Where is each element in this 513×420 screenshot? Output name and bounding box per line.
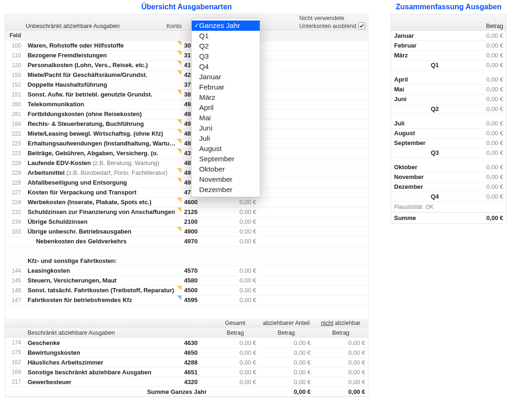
quarter-label: Q1 [391,60,444,70]
row-konto: 4288 [181,358,211,367]
row-konto: 2100 [181,217,211,227]
row-amount-total[interactable]: 0,00 € [211,338,259,348]
table-row[interactable]: 152Doppelte Haushaltsführung37990,00 € [5,80,368,90]
row-amount-nondeduct[interactable]: 0,00 € [313,358,368,367]
summary-header: Betrag [391,14,506,31]
period-option[interactable]: November [192,174,260,185]
period-option[interactable]: Mai [192,113,260,123]
summary-table: Januar0,00 €Februar0,00 €März0,00 €Q10,0… [391,31,506,202]
row-desc: Kosten für Verpackung und Transport [25,187,181,197]
table-row[interactable]: 280Telekommunikation49200,00 € [5,99,368,109]
table-row[interactable]: 228Laufende EDV-Kosten (z.B. Beratung, W… [5,158,368,168]
table-row[interactable]: 225Erhaltungsaufwendungen (Instandhaltun… [5,138,368,148]
row-code: 147 [5,295,25,305]
row-code: 234 [5,217,25,227]
row-amount-deduct[interactable]: 0,00 € [259,348,314,358]
table-row[interactable]: 147Fahrtkosten für betriebsfremdes Kfz45… [5,295,368,305]
table-row[interactable]: 162Häusliches Arbeitszimmer42880,00 €0,0… [5,358,368,367]
period-option[interactable]: September [192,154,260,164]
row-amount[interactable]: 0,00 € [211,266,259,275]
table-row[interactable]: 217Gewerbesteuer43200,00 €0,00 €0,00 € [5,377,368,387]
table-row[interactable]: 110Bezogene Fremdleistungen31000,00 € [5,50,368,60]
row-amount-nondeduct[interactable]: 0,00 € [313,348,368,358]
period-option[interactable]: Juli [192,133,260,144]
row-amount-total[interactable]: 0,00 € [211,367,259,377]
period-dropdown[interactable]: Ganzes JahrQ1Q2Q3Q4JanuarFebruarMärzApri… [191,18,260,197]
row-amount-total[interactable]: 0,00 € [211,377,259,387]
period-option[interactable]: Januar [192,72,260,82]
table-row[interactable]: 175Bewirtungskosten46500,00 €0,00 €0,00 … [5,348,368,358]
table-row[interactable]: 146Sonst. tatsächl. Fahrtkosten (Treibst… [5,285,368,295]
period-option[interactable]: Februar [192,82,260,92]
row-code: 223 [5,148,25,158]
table-row[interactable]: 144Leasingkosten45700,00 € [5,266,368,275]
row-amount[interactable]: 0,00 € [211,275,259,285]
table-row[interactable]: 223Beiträge, Gebühren, Abgaben, Versiche… [5,148,368,158]
period-option[interactable]: Ganzes Jahr [192,21,260,31]
table-row[interactable]: 183Übrige unbeschr. Betriebsausgaben4900… [5,227,368,236]
table-row[interactable]: 222Miete/Leasing bewegl. Wirtschaftsg. (… [5,129,368,138]
period-option[interactable]: Q3 [192,51,260,62]
row-amount[interactable]: 0,00 € [211,285,259,295]
period-option[interactable]: Dezember [192,185,260,195]
row-desc: Sonst. Aufw. für betriebl. genutzte Grun… [25,90,181,99]
row-amount-nondeduct[interactable]: 0,00 € [313,338,368,348]
row-amount-total[interactable]: 0,00 € [211,348,259,358]
month-value: 0,00 € [444,84,506,94]
row-amount-deduct[interactable]: 0,00 € [259,338,314,348]
row-amount-deduct[interactable]: 0,00 € [259,367,314,377]
month-value: 0,00 € [444,128,506,138]
summary-month-row: Oktober0,00 € [391,162,506,172]
table-row[interactable]: 145Steuern, Versicherungen, Maut45800,00… [5,275,368,285]
col-abzieh: abziehbarer Anteil [259,318,314,328]
table-row[interactable]: 227Kosten für Verpackung und Transport47… [5,187,368,197]
row-desc: Bezogene Fremdleistungen [25,50,181,60]
period-option[interactable]: April [192,103,260,113]
row-code: 152 [5,80,25,90]
row-amount[interactable]: 0,00 € [211,236,259,246]
summary-month-row: Juni0,00 € [391,94,506,104]
table-row[interactable]: 234Übrige Schuldzinsen21000,00 € [5,217,368,227]
table-row[interactable]: 150Miete/Pacht für Geschäftsräume/Grunds… [5,70,368,80]
row-amount-deduct[interactable]: 0,00 € [259,377,314,387]
table-row[interactable]: 281Fortbildungskosten (ohne Reisekosten)… [5,109,368,119]
table-row[interactable]: 168Sonstige beschränkt abziehbare Ausgab… [5,367,368,377]
table-row[interactable]: 184Rechts- & Steuerberatung, Buchführung… [5,119,368,129]
row-amount[interactable]: 0,00 € [211,197,259,207]
table-row[interactable]: 229Arbeitsmittel (z.B. Bürobedarf, Porto… [5,168,368,178]
row-amount-nondeduct[interactable]: 0,00 € [313,367,368,377]
quarter-value: 0,00 € [444,192,506,201]
row-desc: Laufende EDV-Kosten (z.B. Beratung, Wart… [25,158,181,168]
table-row[interactable]: 224Werbekosten (Inserate, Plakate, Spots… [5,197,368,207]
row-amount-nondeduct[interactable]: 0,00 € [313,377,368,387]
summary-quarter-row: Q10,00 € [391,60,506,70]
row-amount[interactable]: 0,00 € [211,295,259,305]
summary-month-row: Dezember0,00 € [391,182,506,192]
table-row[interactable]: 226Abfallbeseitigung und Entsorgung49690… [5,178,368,187]
row-desc: Waren, Rohstoffe oder Hilfsstoffe [25,41,181,50]
row-amount[interactable]: 0,00 € [211,227,259,236]
limited-header-row: Gesamt abziehbarer Anteil nicht abziehba… [5,318,368,328]
period-option[interactable]: März [192,92,260,103]
row-amount[interactable]: 0,00 € [211,207,259,217]
period-option[interactable]: Q1 [192,31,260,41]
table-row[interactable]: 232Schuldzinsen zur Finanzierung von Ans… [5,207,368,217]
row-amount[interactable]: 0,00 € [211,217,259,227]
table-row[interactable]: 174Geschenke46300,00 €0,00 €0,00 € [5,338,368,348]
table-row[interactable]: Nebenkosten des Geldverkehrs49700,00 € [5,236,368,246]
row-amount-total[interactable]: 0,00 € [211,358,259,367]
row-desc: Telekommunikation [25,99,181,109]
row-konto: 4500 [181,285,211,295]
period-option[interactable]: Juni [192,123,260,133]
row-konto: 4570 [181,266,211,275]
hide-subaccounts-checkbox[interactable] [358,22,365,29]
row-amount-deduct[interactable]: 0,00 € [259,358,314,367]
table-row[interactable]: 100Waren, Rohstoffe oder Hilfsstoffe3000… [5,41,368,50]
period-option[interactable]: Oktober [192,164,260,174]
table-row[interactable]: 120Personalkosten (Lohn, Vers., Reisek. … [5,60,368,70]
period-option[interactable]: Q2 [192,41,260,51]
table-row[interactable]: 151Sonst. Aufw. für betriebl. genutzte G… [5,90,368,99]
period-option[interactable]: August [192,144,260,154]
row-desc: Personalkosten (Lohn, Vers., Reisek. etc… [25,60,181,70]
period-option[interactable]: Q4 [192,62,260,72]
